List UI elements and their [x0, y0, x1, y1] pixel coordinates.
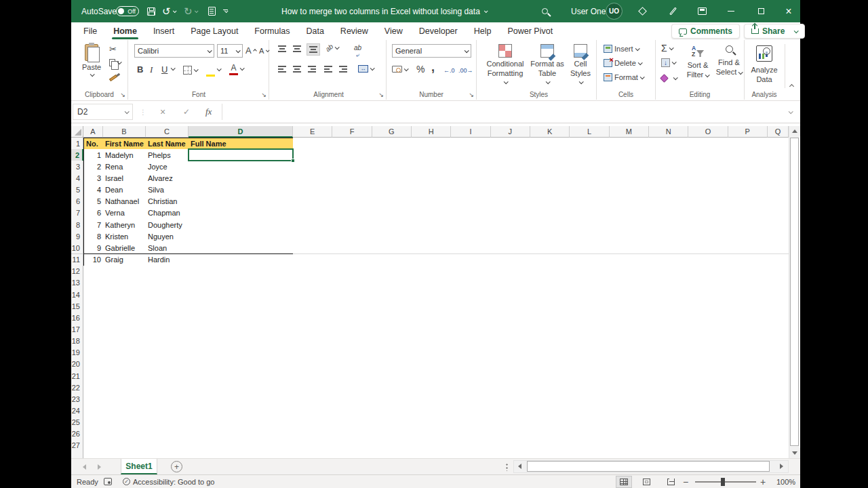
cell-I4[interactable]: [451, 172, 491, 184]
maximize-button[interactable]: [751, 0, 771, 22]
cell-K24[interactable]: [530, 405, 570, 417]
cell-H23[interactable]: [412, 393, 452, 405]
row-header-20[interactable]: 20: [71, 359, 83, 371]
cell-C11[interactable]: Hardin: [146, 254, 189, 266]
comma-style-button[interactable]: ,: [431, 60, 435, 75]
cell-Q6[interactable]: [768, 196, 789, 208]
cell-Q20[interactable]: [768, 359, 789, 371]
cell-E24[interactable]: [293, 405, 333, 417]
cell-F10[interactable]: [332, 242, 372, 254]
cell-O5[interactable]: [688, 184, 728, 197]
format-painter-button[interactable]: [109, 74, 117, 77]
cell-C24[interactable]: [146, 405, 189, 417]
cell-A3[interactable]: 2: [83, 161, 104, 173]
tab-view[interactable]: View: [376, 22, 411, 40]
cell-N26[interactable]: [649, 428, 689, 441]
cell-N27[interactable]: [649, 440, 689, 452]
cell-H27[interactable]: [412, 440, 452, 452]
cell-E1[interactable]: [293, 138, 333, 150]
cell-A19[interactable]: [83, 347, 104, 359]
cell-M9[interactable]: [610, 230, 650, 243]
column-header-L[interactable]: L: [570, 126, 609, 138]
customize-quick-access-button[interactable]: [223, 0, 228, 22]
cell-E9[interactable]: [293, 230, 333, 243]
cell-P11[interactable]: [728, 254, 768, 266]
increase-font-button[interactable]: A: [245, 45, 256, 56]
cell-C13[interactable]: [146, 277, 189, 289]
cell-C10[interactable]: Sloan: [146, 242, 189, 254]
cell-G27[interactable]: [372, 440, 412, 452]
cell-F9[interactable]: [332, 230, 372, 243]
cell-J1[interactable]: [491, 138, 531, 150]
cell-D16[interactable]: [189, 312, 294, 324]
cell-Q25[interactable]: [768, 417, 789, 429]
cell-Q7[interactable]: [768, 207, 789, 220]
cell-E13[interactable]: [293, 277, 333, 289]
cell-D23[interactable]: [189, 393, 294, 405]
italic-button[interactable]: I: [150, 64, 153, 75]
cell-A27[interactable]: [83, 440, 104, 452]
row-header-14[interactable]: 14: [71, 289, 83, 301]
cell-J16[interactable]: [491, 312, 531, 324]
cell-O15[interactable]: [688, 300, 728, 312]
row-header-25[interactable]: 25: [71, 417, 83, 429]
cell-D6[interactable]: [189, 196, 294, 208]
clear-button[interactable]: [661, 74, 677, 82]
cell-N21[interactable]: [649, 370, 689, 382]
tab-formulas[interactable]: Formulas: [246, 22, 298, 40]
cell-Q16[interactable]: [768, 312, 789, 324]
autosum-button[interactable]: Σ: [661, 43, 673, 54]
cell-L20[interactable]: [570, 359, 610, 371]
cell-F19[interactable]: [332, 347, 372, 359]
cell-C19[interactable]: [146, 347, 189, 359]
row-header-7[interactable]: 7: [71, 207, 83, 220]
cell-N14[interactable]: [649, 289, 689, 301]
percent-style-button[interactable]: %: [416, 64, 425, 75]
minimize-button[interactable]: [721, 0, 741, 22]
cell-P9[interactable]: [728, 230, 768, 243]
row-header-13[interactable]: 13: [71, 277, 83, 289]
cell-H9[interactable]: [412, 230, 452, 243]
row-header-16[interactable]: 16: [71, 312, 83, 324]
cell-C27[interactable]: [146, 440, 189, 452]
cell-L12[interactable]: [570, 266, 610, 278]
cell-N19[interactable]: [649, 347, 689, 359]
undo-button[interactable]: ↺: [162, 0, 176, 22]
conditional-formatting-button[interactable]: Conditional Formatting: [484, 44, 526, 84]
cell-J7[interactable]: [491, 207, 531, 220]
cell-J12[interactable]: [491, 266, 531, 278]
cell-K11[interactable]: [530, 254, 570, 266]
cell-M26[interactable]: [610, 428, 650, 441]
cell-D27[interactable]: [189, 440, 294, 452]
cell-P25[interactable]: [728, 417, 768, 429]
row-header-24[interactable]: 24: [71, 405, 83, 417]
cell-G13[interactable]: [372, 277, 412, 289]
cell-K28[interactable]: [530, 451, 570, 458]
cell-K26[interactable]: [530, 428, 570, 441]
cell-I25[interactable]: [451, 417, 491, 429]
row-header-27[interactable]: 27: [71, 440, 83, 452]
tab-insert[interactable]: Insert: [145, 22, 182, 40]
cell-D24[interactable]: [189, 405, 294, 417]
premium-gem-button[interactable]: [639, 0, 646, 22]
column-header-Q[interactable]: Q: [768, 126, 789, 138]
cell-P2[interactable]: [728, 149, 768, 161]
cell-M22[interactable]: [610, 382, 650, 394]
column-header-N[interactable]: N: [649, 126, 688, 138]
cell-N12[interactable]: [649, 266, 689, 278]
comments-button[interactable]: Comments: [671, 24, 740, 39]
scrollbar-resize-handle[interactable]: [506, 463, 508, 471]
align-bottom-button[interactable]: [307, 43, 320, 56]
cell-K2[interactable]: [530, 149, 570, 161]
cell-A28[interactable]: [83, 451, 104, 458]
cell-G28[interactable]: [372, 451, 412, 458]
cell-J19[interactable]: [491, 347, 531, 359]
row-header-10[interactable]: 10: [71, 242, 83, 254]
editing-mode-button[interactable]: [672, 0, 674, 22]
cell-Q4[interactable]: [768, 172, 789, 184]
cell-L10[interactable]: [570, 242, 610, 254]
cell-D21[interactable]: [189, 370, 294, 382]
cell-L15[interactable]: [570, 300, 610, 312]
cell-N13[interactable]: [649, 277, 689, 289]
cell-K3[interactable]: [530, 161, 570, 173]
